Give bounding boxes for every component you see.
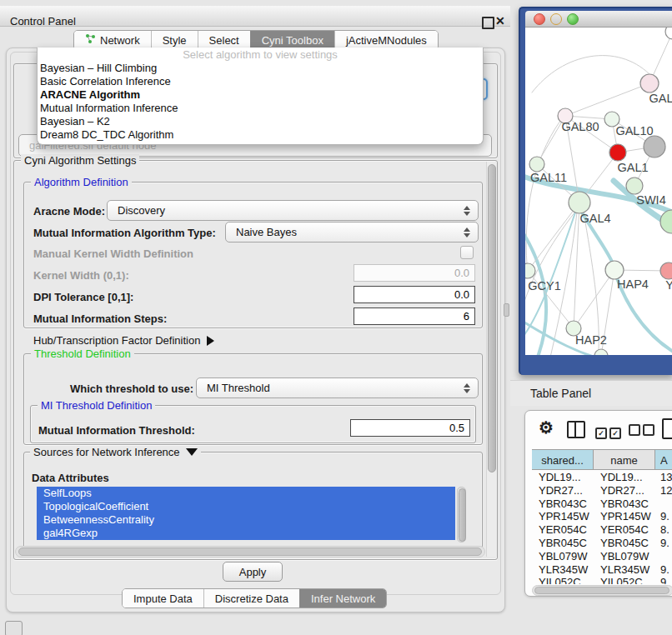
algorithm-option[interactable]: Dream8 DC_TDC Algorithm xyxy=(38,128,483,142)
algorithm-option[interactable]: Bayesian – Hill Climbing xyxy=(38,62,483,75)
network-node[interactable] xyxy=(660,210,672,233)
algorithm-definition-title: Algorithm Definition xyxy=(31,176,132,188)
network-icon xyxy=(85,33,96,47)
algorithm-option[interactable]: ARACNE Algorithm xyxy=(38,88,483,102)
network-node-hap4[interactable] xyxy=(605,261,624,279)
table-cell: YDL19... xyxy=(594,471,655,484)
manual-kernel-label: Manual Kernel Width Definition xyxy=(33,248,193,260)
table-row[interactable]: YLR345WYLR345W9. xyxy=(532,563,672,577)
table-column-header[interactable]: shared... xyxy=(532,449,594,470)
apply-button[interactable]: Apply xyxy=(223,562,283,582)
network-window-titlebar[interactable] xyxy=(525,11,672,28)
settings-vscrollbar[interactable] xyxy=(486,162,497,557)
manual-kernel-checkbox[interactable] xyxy=(460,246,474,259)
network-edge-thick[interactable] xyxy=(525,231,546,355)
table-cell: YBR045C xyxy=(532,537,594,550)
table-cell: YDR27... xyxy=(532,484,594,498)
settings-hscrollbar[interactable] xyxy=(15,546,485,558)
tab-style[interactable]: Style xyxy=(151,31,198,49)
mi-steps-input[interactable] xyxy=(354,308,475,325)
table-panel-window: ⚙ ✓✓ shared...nameA YDL19...YDL19...13YD… xyxy=(524,410,672,597)
network-node-label: GCY1 xyxy=(528,279,561,292)
table-cell: YDL19... xyxy=(532,471,594,484)
table-row[interactable]: YDR27...YDR27...12 xyxy=(532,484,672,498)
algorithm-popup-list: Bayesian – Hill ClimbingBasic Correlatio… xyxy=(38,62,483,142)
mi-algorithm-type-combo[interactable]: Naive Bayes xyxy=(225,222,479,242)
mac-zoom-icon[interactable] xyxy=(567,13,579,25)
tab-network[interactable]: Network xyxy=(74,31,151,49)
deselect-all-checkboxes-icon[interactable] xyxy=(629,424,657,439)
data-attribute-item[interactable]: BetweennessCentrality xyxy=(37,513,455,527)
network-canvas[interactable]: GALGAL80GAL10GAL1GAL11GAL4SWI4HAP4YGCY1H… xyxy=(525,28,672,355)
tab-jactivemnodules[interactable]: jActiveMNodules xyxy=(334,31,438,49)
export-table-icon[interactable] xyxy=(662,418,672,439)
data-attribute-item[interactable]: SelfLoops xyxy=(37,487,455,500)
mac-minimize-icon[interactable] xyxy=(550,13,562,25)
select-all-checkboxes-icon[interactable]: ✓✓ xyxy=(595,424,624,439)
tab-infer-network[interactable]: Infer Network xyxy=(299,589,386,608)
split-columns-icon[interactable] xyxy=(567,421,585,438)
network-node-gal4[interactable] xyxy=(569,192,590,213)
tab-discretize-data[interactable]: Discretize Data xyxy=(203,589,299,608)
table-row[interactable]: YBL079WYBL079W xyxy=(532,550,672,563)
data-attributes-list[interactable]: SelfLoopsTopologicalCoefficientBetweenne… xyxy=(37,487,455,542)
table-row[interactable]: YER054CYER054C8. xyxy=(532,523,672,537)
table-cell: 9. xyxy=(655,576,672,584)
gear-icon[interactable]: ⚙ xyxy=(539,418,554,438)
table-row[interactable]: YBR043CYBR043C xyxy=(532,498,672,511)
network-node[interactable] xyxy=(594,349,608,355)
table-cell: YBR043C xyxy=(532,498,594,511)
network-node-label: HAP4 xyxy=(617,278,649,291)
float-window-icon[interactable] xyxy=(482,17,494,29)
network-node-swi4[interactable] xyxy=(626,178,643,194)
network-edge[interactable] xyxy=(574,202,579,328)
network-node-gal1[interactable] xyxy=(609,144,626,161)
data-attribute-item[interactable]: TopologicalCoefficient xyxy=(37,500,455,513)
algorithm-option[interactable]: Bayesian – K2 xyxy=(38,115,483,128)
table-row[interactable]: YPR145WYPR145W9. xyxy=(532,510,672,523)
network-node-gcy1[interactable] xyxy=(525,263,535,278)
algorithm-option[interactable]: Basic Correlation Inference xyxy=(38,75,483,88)
aracne-mode-combo[interactable]: Discovery xyxy=(107,200,479,221)
attributes-vscrollbar-thumb[interactable] xyxy=(459,488,466,542)
algorithm-option[interactable]: Mutual Information Inference xyxy=(38,102,483,115)
network-edge[interactable] xyxy=(565,83,649,116)
mutual-info-threshold-label: Mutual Information Threshold: xyxy=(38,424,195,437)
network-edge[interactable] xyxy=(532,56,649,92)
data-attribute-item[interactable]: gal4RGexp xyxy=(37,527,455,540)
attributes-vscrollbar[interactable] xyxy=(457,487,466,542)
dpi-tolerance-input[interactable] xyxy=(354,286,475,303)
table-column-header[interactable]: name xyxy=(594,449,655,470)
table-cell: YBL079W xyxy=(594,550,655,563)
network-node-gal[interactable] xyxy=(640,74,659,92)
mutual-info-threshold-input[interactable] xyxy=(350,419,470,437)
tab-cyni-toolbox[interactable]: Cyni Toolbox xyxy=(250,31,334,49)
which-threshold-combo[interactable]: MI Threshold xyxy=(196,378,479,398)
cyni-algorithm-settings-title: Cyni Algorithm Settings xyxy=(21,154,139,167)
network-node[interactable] xyxy=(665,28,672,39)
mac-close-icon[interactable] xyxy=(534,13,545,25)
network-edge[interactable] xyxy=(528,202,579,271)
minimized-panel-icon[interactable] xyxy=(5,621,23,635)
settings-hscrollbar-thumb[interactable] xyxy=(18,548,482,556)
table-hscrollbar[interactable] xyxy=(532,585,672,596)
table-hscrollbar-thumb[interactable] xyxy=(534,587,669,594)
network-node[interactable] xyxy=(644,136,665,158)
table-cell: YBR043C xyxy=(594,498,655,511)
settings-vscrollbar-thumb[interactable] xyxy=(488,164,496,472)
table-row[interactable]: YDL19...YDL19...13 xyxy=(532,471,672,484)
table-column-header[interactable]: A xyxy=(655,449,672,470)
table-row[interactable]: YBR045CYBR045C9. xyxy=(532,537,672,550)
network-node-y[interactable] xyxy=(660,262,672,279)
network-edge[interactable] xyxy=(526,121,560,264)
hub-definition-toggle[interactable]: Hub/Transcription Factor Definition xyxy=(33,334,214,347)
mi-threshold-definition-title: MI Threshold Definition xyxy=(38,399,155,412)
table-panel-title: Table Panel xyxy=(530,387,591,400)
sources-toggle[interactable]: Sources for Network Inference xyxy=(30,446,201,458)
close-icon[interactable]: ✕ xyxy=(495,14,505,28)
table-row[interactable]: YIL052CYIL052C9. xyxy=(532,576,672,584)
tab-select[interactable]: Select xyxy=(198,31,250,49)
panel-splitter-handle[interactable] xyxy=(504,303,509,317)
network-node-gal11[interactable] xyxy=(529,157,544,172)
tab-impute-data[interactable]: Impute Data xyxy=(123,589,203,608)
